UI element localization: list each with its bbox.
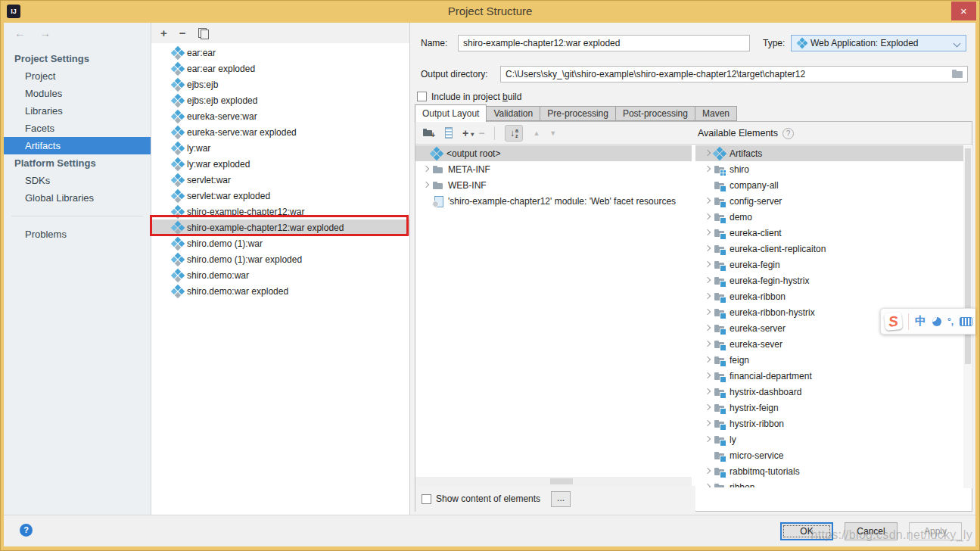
ok-button[interactable]: OK xyxy=(780,522,833,540)
tree-item[interactable]: 'shiro-example-chapter12' module: 'Web' … xyxy=(415,193,692,209)
tree-item[interactable]: hystrix-ribbon xyxy=(695,416,972,431)
tree-item[interactable]: feign xyxy=(695,352,972,368)
sidebar-item-project[interactable]: Project xyxy=(4,67,151,85)
artifact-list-item[interactable]: shiro.demo:war exploded xyxy=(151,283,409,299)
tree-item[interactable]: <output root> xyxy=(415,145,692,161)
move-up-icon[interactable]: ▲ xyxy=(533,128,540,139)
copy-artifact-icon[interactable] xyxy=(198,28,208,39)
remove-artifact-icon[interactable]: − xyxy=(179,27,186,39)
sort-alphabetically-icon[interactable]: ↓ az xyxy=(505,125,523,142)
sidebar-item-global-libraries[interactable]: Global Libraries xyxy=(4,189,151,207)
artifact-list-item[interactable]: shiro-example-chapter12:war xyxy=(151,204,409,219)
artifact-list-item[interactable]: shiro.demo (1):war xyxy=(151,235,409,251)
tree-item[interactable]: eureka-fegin-hystrix xyxy=(695,272,972,288)
tree-item[interactable]: hystrix-feign xyxy=(695,400,972,416)
tab-validation[interactable]: Validation xyxy=(487,106,540,121)
tree-item[interactable]: ly xyxy=(695,431,972,447)
keyboard-icon[interactable] xyxy=(960,317,972,326)
tab-maven[interactable]: Maven xyxy=(695,106,737,121)
cancel-button[interactable]: Cancel xyxy=(845,522,898,540)
tab-output-layout[interactable]: Output Layout xyxy=(415,104,487,122)
tree-item[interactable]: eureka-client-replicaiton xyxy=(695,241,972,257)
artifact-list-item[interactable]: servlet:war xyxy=(151,172,409,188)
remove-element-icon[interactable]: − xyxy=(478,128,484,139)
close-button[interactable]: × xyxy=(951,2,976,20)
artifact-list-item[interactable]: ly:war exploded xyxy=(151,156,409,172)
chevron-right-icon[interactable] xyxy=(702,211,714,223)
chevron-right-icon[interactable] xyxy=(702,307,714,319)
forward-icon[interactable]: → xyxy=(39,26,51,39)
artifact-list-item[interactable]: ear:ear xyxy=(151,45,409,61)
tree-item[interactable]: META-INF xyxy=(415,161,692,177)
tab-pre-processing[interactable]: Pre-processing xyxy=(540,106,616,121)
add-artifact-icon[interactable]: + xyxy=(160,27,167,39)
chevron-right-icon[interactable] xyxy=(702,291,714,303)
tree-item[interactable]: micro-service xyxy=(695,447,972,463)
chevron-right-icon[interactable] xyxy=(702,481,714,488)
artifact-list-item[interactable]: shiro.demo (1):war exploded xyxy=(151,251,409,267)
sidebar-item-facets[interactable]: Facets xyxy=(4,120,151,137)
chevron-right-icon[interactable] xyxy=(702,402,714,414)
moon-icon[interactable] xyxy=(932,317,941,326)
sogou-logo-icon[interactable]: S xyxy=(884,312,903,331)
back-icon[interactable]: ← xyxy=(14,26,26,39)
artifact-list-item[interactable]: eureka-serve:war exploded xyxy=(151,124,409,140)
artifact-list-item[interactable]: ear:ear exploded xyxy=(151,61,409,76)
chevron-right-icon[interactable] xyxy=(702,243,714,255)
chevron-right-icon[interactable] xyxy=(702,434,714,446)
tab-post-processing[interactable]: Post-processing xyxy=(616,106,695,121)
chevron-right-icon[interactable] xyxy=(702,465,714,478)
ime-language-mode[interactable]: 中 xyxy=(915,314,926,328)
show-content-checkbox[interactable] xyxy=(422,494,431,504)
tree-item[interactable]: config-server xyxy=(695,193,972,209)
tree-item[interactable]: financial-department xyxy=(695,368,972,384)
more-options-button[interactable]: ... xyxy=(551,491,571,507)
sidebar-item-sdks[interactable]: SDKs xyxy=(4,172,151,189)
tree-item[interactable]: hystrix-dashboard xyxy=(695,384,972,400)
tree-item[interactable]: eureka-ribbon xyxy=(695,288,972,304)
chevron-right-icon[interactable] xyxy=(702,370,714,382)
chevron-right-icon[interactable] xyxy=(702,275,714,287)
tree-item[interactable]: WEB-INF xyxy=(415,177,692,193)
tree-item[interactable]: ribbon xyxy=(695,479,972,487)
artifact-list-item[interactable]: ejbs:ejb exploded xyxy=(151,92,409,108)
artifact-list-item[interactable]: servlet:war exploded xyxy=(151,188,409,204)
browse-folder-icon[interactable] xyxy=(952,69,964,79)
chevron-right-icon[interactable] xyxy=(702,322,714,335)
tree-item[interactable]: shiro xyxy=(695,161,972,177)
chevron-right-icon[interactable] xyxy=(702,195,714,207)
sidebar-item-problems[interactable]: Problems xyxy=(4,226,151,243)
chevron-right-icon[interactable] xyxy=(702,418,714,430)
chevron-right-icon[interactable] xyxy=(702,163,714,176)
tree-item[interactable]: Artifacts xyxy=(695,145,972,161)
tree-item[interactable]: eureka-client xyxy=(695,225,972,241)
artifact-list-item[interactable]: shiro.demo:war xyxy=(151,267,409,283)
apply-button[interactable]: Apply xyxy=(909,522,962,540)
artifact-list-item[interactable]: shiro-example-chapter12:war exploded xyxy=(151,219,409,235)
help-button[interactable]: ? xyxy=(20,524,33,537)
chevron-right-icon[interactable] xyxy=(702,386,714,398)
sidebar-item-artifacts[interactable]: Artifacts xyxy=(4,137,151,154)
chevron-right-icon[interactable] xyxy=(702,259,714,271)
name-input[interactable] xyxy=(458,35,750,51)
type-select[interactable]: Web Application: Exploded xyxy=(791,35,966,51)
artifact-list-item[interactable]: eureka-serve:war xyxy=(151,108,409,124)
include-in-build-checkbox[interactable] xyxy=(417,92,427,101)
artifact-list-item[interactable]: ly:war xyxy=(151,140,409,156)
tree-item[interactable]: eureka-sever xyxy=(695,336,972,352)
chevron-right-icon[interactable] xyxy=(702,227,714,239)
artifact-list-item[interactable]: ejbs:ejb xyxy=(151,76,409,92)
output-directory-input[interactable] xyxy=(500,66,968,82)
add-element-icon[interactable]: +▾ xyxy=(462,128,468,139)
tree-item[interactable]: rabbitmq-tutorials xyxy=(695,463,972,479)
chevron-right-icon[interactable] xyxy=(420,163,432,176)
tree-item[interactable]: eureka-fegin xyxy=(695,257,972,272)
scrollbar-thumb[interactable] xyxy=(550,478,573,484)
chevron-right-icon[interactable] xyxy=(702,338,714,350)
chevron-right-icon[interactable] xyxy=(420,179,432,191)
sidebar-item-modules[interactable]: Modules xyxy=(4,85,151,102)
new-folder-icon[interactable]: + xyxy=(423,127,435,139)
move-down-icon[interactable]: ▼ xyxy=(549,128,556,139)
tree-item[interactable]: demo xyxy=(695,209,972,225)
horizontal-scrollbar[interactable] xyxy=(415,477,692,486)
